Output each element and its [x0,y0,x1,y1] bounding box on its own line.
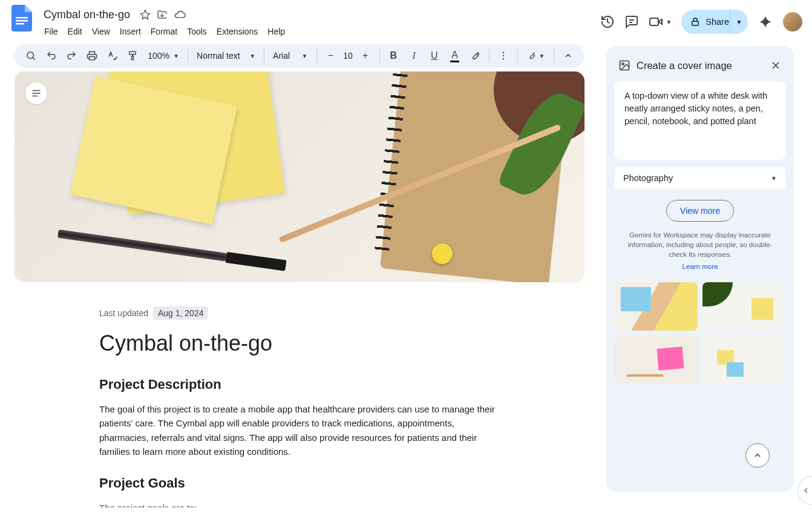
last-updated-label: Last updated [99,308,148,318]
svg-rect-4 [692,21,699,25]
print-icon[interactable] [83,47,101,65]
menu-view[interactable]: View [88,24,114,39]
font-size-value[interactable]: 10 [342,51,354,61]
more-icon[interactable] [494,47,512,65]
scroll-up-button[interactable] [745,443,770,468]
share-label: Share [706,17,729,27]
spellcheck-icon[interactable] [103,47,122,65]
generated-image-2[interactable] [702,282,785,331]
create-image-icon [618,59,630,71]
document-title[interactable]: Cymbal on-the-go [40,7,134,22]
doc-heading-2[interactable]: Project Goals [99,475,500,491]
doc-heading-1[interactable]: Cymbal on-the-go [99,331,500,356]
learn-more-link[interactable]: Learn more [615,263,785,270]
close-icon[interactable] [770,59,782,71]
cloud-status-icon[interactable] [174,8,186,21]
underline-icon[interactable]: U [425,47,444,65]
doc-paragraph[interactable]: The project goals are to: [99,501,500,508]
gemini-icon[interactable] [758,14,773,30]
paragraph-style-select[interactable]: Normal text▼ [193,51,259,61]
doc-heading-2[interactable]: Project Description [99,377,500,392]
cover-image-panel: Create a cover image A top-down view of … [606,46,794,492]
toolbar: 100%▼ Normal text▼ Arial▼ − 10 + B I U A… [15,44,584,68]
svg-rect-2 [16,23,24,25]
account-avatar[interactable] [783,12,802,31]
paint-format-icon[interactable] [124,47,142,65]
italic-icon[interactable]: I [405,47,423,65]
text-color-icon[interactable]: A [446,47,464,65]
svg-point-5 [27,52,34,59]
menu-format[interactable]: Format [146,24,182,39]
star-icon[interactable] [140,9,151,20]
prompt-textarea[interactable]: A top-down view of a white desk with nea… [615,81,785,160]
doc-paragraph[interactable]: The goal of this project is to create a … [99,402,500,458]
generated-image-4[interactable] [702,336,785,384]
last-updated-date[interactable]: Aug 1, 2024 [153,306,209,320]
svg-rect-6 [90,57,95,60]
docs-app-icon[interactable] [10,6,34,30]
menu-tools[interactable]: Tools [183,24,211,39]
meet-button[interactable]: ▼ [649,15,672,29]
menu-insert[interactable]: Insert [116,24,145,39]
generated-image-1[interactable] [615,282,698,331]
menu-file[interactable]: File [40,24,62,39]
highlight-icon[interactable] [466,47,484,65]
svg-point-9 [503,58,504,59]
menu-bar: File Edit View Insert Format Tools Exten… [40,24,600,39]
move-icon[interactable] [157,9,168,20]
panel-title: Create a cover image [637,60,764,71]
document-canvas[interactable]: Last updated Aug 1, 2024 Cymbal on-the-g… [15,71,584,508]
svg-point-11 [622,63,624,65]
cover-image[interactable] [15,71,584,282]
zoom-select[interactable]: 100%▼ [144,51,183,61]
bold-icon[interactable]: B [384,47,402,65]
font-size-decrease[interactable]: − [321,47,339,65]
show-sidebar-icon[interactable] [797,476,812,505]
svg-point-7 [503,52,504,53]
font-size-increase[interactable]: + [356,47,375,65]
font-select[interactable]: Arial▼ [269,51,311,61]
outline-toggle-icon[interactable] [25,82,47,104]
share-dropdown[interactable]: ▼ [730,10,748,34]
redo-icon[interactable] [62,47,80,65]
editing-mode-select[interactable]: ▼ [523,47,549,65]
disclaimer-text: Gemini for Workspace may display inaccur… [615,230,785,259]
history-icon[interactable] [600,15,615,29]
svg-rect-0 [16,17,28,19]
view-more-button[interactable]: View more [666,200,734,222]
menu-edit[interactable]: Edit [64,24,87,39]
style-select[interactable]: Photography ▼ [615,167,785,189]
svg-rect-1 [16,20,28,22]
menu-help[interactable]: Help [263,24,289,39]
svg-point-8 [503,55,504,56]
collapse-toolbar-icon[interactable] [559,47,577,65]
svg-rect-3 [650,18,658,25]
menu-extensions[interactable]: Extensions [212,24,262,39]
comments-icon[interactable] [624,15,639,29]
undo-icon[interactable] [42,47,61,65]
generated-image-3[interactable] [615,336,698,384]
search-icon[interactable] [22,47,40,65]
